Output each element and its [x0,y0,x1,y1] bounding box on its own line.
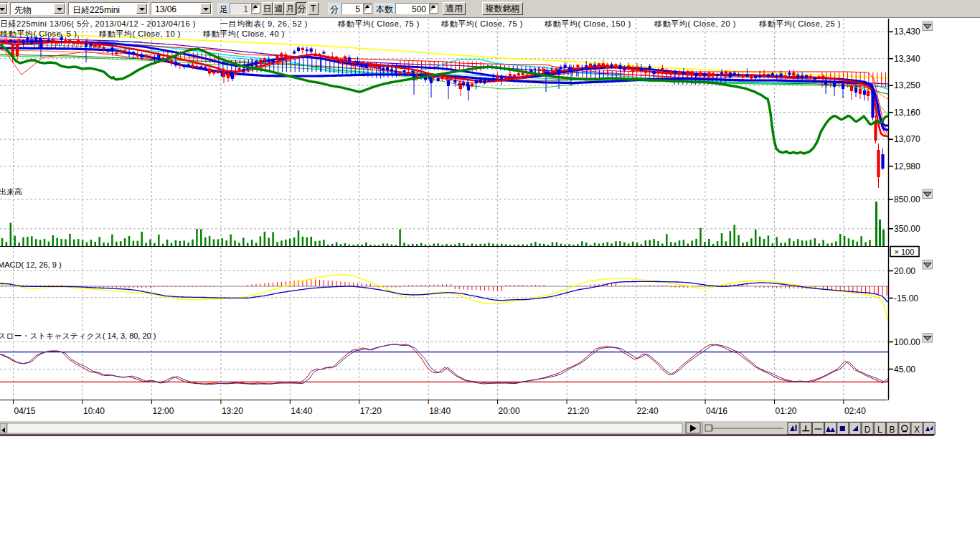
svg-text:12:00: 12:00 [152,406,174,416]
svg-text:01:20: 01:20 [776,406,797,416]
svg-text:850.00: 850.00 [894,194,920,204]
svg-text:02:40: 02:40 [844,406,866,416]
svg-text:13,430: 13,430 [894,27,920,37]
svg-text:移動平均( Close, 20 ): 移動平均( Close, 20 ) [654,19,736,28]
svg-text:日経225mini 13/06( 5分, 2013/04/1: 日経225mini 13/06( 5分, 2013/04/12 - 2013/0… [0,19,196,28]
svg-text:移動平均( Close, 150 ): 移動平均( Close, 150 ) [545,19,631,28]
svg-text:移動平均( Close, 75 ): 移動平均( Close, 75 ) [338,19,420,28]
svg-text:出来高: 出来高 [0,187,22,196]
svg-text:20:00: 20:00 [499,406,520,416]
svg-text:04/15: 04/15 [14,406,36,416]
svg-text:移動平均( Close, 75 ): 移動平均( Close, 75 ) [441,19,523,28]
svg-text:× 100: × 100 [895,248,915,256]
svg-text:21:20: 21:20 [567,406,589,416]
svg-text:13,160: 13,160 [894,108,920,118]
svg-text:45.00: 45.00 [894,364,915,375]
svg-text:17:20: 17:20 [360,406,382,416]
svg-text:13,250: 13,250 [894,80,920,90]
svg-text:移動平均( Close, 40 ): 移動平均( Close, 40 ) [203,29,285,38]
svg-text:13,340: 13,340 [894,54,920,64]
svg-text:13:20: 13:20 [222,406,243,416]
svg-text:20.00: 20.00 [894,266,915,276]
svg-text:350.00: 350.00 [894,224,920,234]
svg-text:18:40: 18:40 [429,406,451,416]
svg-text:L: L [877,425,882,435]
svg-text:スロー・ストキャスティクス( 14, 3, 80, 20 ): スロー・ストキャスティクス( 14, 3, 80, 20 ) [0,331,156,340]
svg-text:13,070: 13,070 [894,134,920,144]
svg-text:移動平均( Close, 25 ): 移動平均( Close, 25 ) [759,19,841,28]
svg-text:12,980: 12,980 [894,161,920,171]
svg-text:D: D [864,425,871,435]
svg-text:22:40: 22:40 [637,406,659,416]
svg-text:10:40: 10:40 [83,406,105,416]
svg-text:移動平均( Close, 5 ): 移動平均( Close, 5 ) [0,29,77,38]
svg-text:B: B [890,425,895,435]
svg-text:100.00: 100.00 [894,337,920,347]
svg-text:X: X [914,425,920,435]
svg-text:04/16: 04/16 [706,406,727,416]
svg-text:MACD( 12, 26, 9 ): MACD( 12, 26, 9 ) [0,260,62,269]
svg-text:-15.00: -15.00 [894,293,918,303]
svg-text:14:40: 14:40 [291,406,312,416]
svg-text:移動平均( Close, 10 ): 移動平均( Close, 10 ) [99,29,181,38]
svg-text:一目均衡表( 9, 26, 52 ): 一目均衡表( 9, 26, 52 ) [220,19,308,28]
